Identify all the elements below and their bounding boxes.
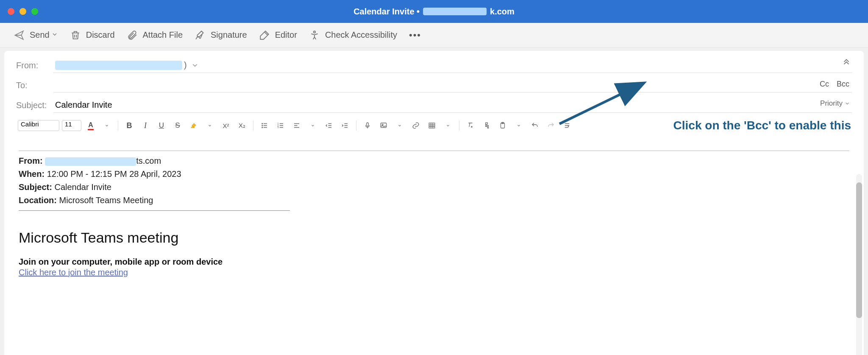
svg-point-3 bbox=[262, 127, 263, 128]
attach-label: Attach File bbox=[143, 30, 183, 40]
insert-table-button[interactable] bbox=[425, 120, 439, 131]
bcc-button[interactable]: Bcc bbox=[837, 80, 849, 89]
subject-row: Subject: Calendar Invite Priority bbox=[4, 95, 864, 115]
font-size-select[interactable]: 11 bbox=[62, 120, 81, 131]
to-label: To: bbox=[16, 81, 53, 90]
scrollbar[interactable] bbox=[856, 174, 862, 355]
teams-meeting-heading: Microsoft Teams meeting bbox=[19, 229, 849, 246]
join-meeting-link[interactable]: Click here to join the meeting bbox=[19, 268, 849, 277]
compose-pane: From: ) To: Cc Bcc Subject: Calendar Inv… bbox=[4, 51, 864, 355]
svg-rect-7 bbox=[367, 123, 369, 126]
title-redacted bbox=[423, 8, 487, 15]
from-tail: ) bbox=[184, 60, 187, 70]
priority-label: Priority bbox=[820, 99, 843, 108]
send-label: Send bbox=[30, 30, 50, 40]
fullscreen-window-icon[interactable] bbox=[31, 8, 38, 15]
picture-dropdown-icon[interactable] bbox=[393, 120, 406, 131]
subscript-button[interactable]: X₂ bbox=[235, 120, 249, 131]
body-location-line: Location: Microsoft Teams Meeting bbox=[19, 194, 849, 207]
discard-button[interactable]: Discard bbox=[70, 30, 115, 41]
main-toolbar: Send Discard Attach File Signature Edito… bbox=[0, 23, 868, 48]
body-when-line: When: 12:00 PM - 12:15 PM 28 April, 2023 bbox=[19, 168, 849, 181]
strikethrough-button[interactable]: S bbox=[171, 120, 184, 131]
format-painter-button[interactable] bbox=[480, 120, 493, 131]
send-dropdown-icon[interactable] bbox=[51, 31, 58, 39]
title-suffix: k.com bbox=[490, 7, 515, 17]
title-prefix: Calendar Invite • bbox=[353, 7, 420, 17]
body-from-line: From: ts.com bbox=[19, 154, 849, 168]
message-body[interactable]: From: ts.com When: 12:00 PM - 12:15 PM 2… bbox=[4, 136, 864, 355]
body-divider-mid bbox=[19, 210, 290, 211]
signature-button[interactable]: Signature bbox=[195, 30, 247, 41]
svg-rect-10 bbox=[429, 123, 435, 128]
subject-field[interactable]: Calendar Invite Priority bbox=[53, 98, 852, 113]
insert-link-button[interactable] bbox=[409, 120, 423, 131]
to-field[interactable]: Cc Bcc bbox=[53, 78, 852, 92]
svg-rect-11 bbox=[486, 123, 488, 124]
decrease-indent-button[interactable] bbox=[322, 120, 336, 131]
italic-button[interactable]: I bbox=[139, 120, 152, 131]
dictate-icon[interactable] bbox=[361, 120, 374, 131]
subject-value: Calendar Invite bbox=[55, 100, 112, 110]
highlight-button[interactable] bbox=[187, 120, 200, 131]
subject-label: Subject: bbox=[16, 101, 53, 110]
bold-button[interactable]: B bbox=[122, 120, 136, 131]
send-button[interactable]: Send bbox=[14, 30, 50, 41]
join-instructions: Join on your computer, mobile app or roo… bbox=[19, 257, 849, 267]
editor-label: Editor bbox=[275, 30, 297, 40]
priority-button[interactable]: Priority bbox=[820, 99, 850, 108]
from-dropdown-icon[interactable] bbox=[191, 61, 199, 69]
to-row: To: Cc Bcc bbox=[4, 75, 864, 95]
align-dropdown-icon[interactable] bbox=[306, 120, 320, 131]
numbered-list-button[interactable]: 123 bbox=[274, 120, 287, 131]
cc-button[interactable]: Cc bbox=[820, 80, 829, 89]
table-dropdown-icon[interactable] bbox=[441, 120, 455, 131]
minimize-window-icon[interactable] bbox=[19, 8, 26, 15]
clear-formatting-button[interactable] bbox=[464, 120, 477, 131]
font-color-button[interactable]: A bbox=[84, 120, 97, 131]
format-toolbar: Calibri 11 A B I U S X² X₂ 123 bbox=[4, 115, 864, 136]
more-actions-icon[interactable]: ••• bbox=[409, 30, 421, 41]
insert-picture-button[interactable] bbox=[377, 120, 390, 131]
close-window-icon[interactable] bbox=[8, 8, 14, 15]
body-from-redacted bbox=[45, 157, 136, 166]
paste-button[interactable] bbox=[496, 120, 509, 131]
redo-button[interactable] bbox=[544, 120, 558, 131]
from-field[interactable]: ) bbox=[53, 58, 852, 73]
increase-indent-button[interactable] bbox=[338, 120, 352, 131]
titlebar: Calendar Invite • k.com bbox=[0, 0, 868, 23]
check-accessibility-button[interactable]: Check Accessibility bbox=[309, 30, 397, 41]
scrollbar-thumb[interactable] bbox=[856, 182, 862, 318]
body-divider-top bbox=[19, 151, 849, 151]
highlight-dropdown-icon[interactable] bbox=[203, 120, 217, 131]
paste-dropdown-icon[interactable] bbox=[512, 120, 526, 131]
paragraph-marks-button[interactable] bbox=[560, 120, 574, 131]
collapse-header-icon[interactable] bbox=[842, 57, 851, 68]
from-label: From: bbox=[16, 61, 53, 70]
svg-point-2 bbox=[262, 125, 263, 126]
from-redacted bbox=[55, 61, 182, 70]
superscript-button[interactable]: X² bbox=[219, 120, 233, 131]
discard-label: Discard bbox=[86, 30, 115, 40]
window-title: Calendar Invite • k.com bbox=[353, 7, 515, 17]
align-button[interactable] bbox=[290, 120, 303, 131]
body-subject-line: Subject: Calendar Invite bbox=[19, 181, 849, 194]
svg-text:3: 3 bbox=[278, 126, 279, 129]
font-family-select[interactable]: Calibri bbox=[18, 120, 59, 131]
underline-button[interactable]: U bbox=[155, 120, 168, 131]
attach-file-button[interactable]: Attach File bbox=[127, 30, 183, 41]
svg-point-0 bbox=[314, 31, 315, 33]
signature-label: Signature bbox=[211, 30, 247, 40]
undo-button[interactable] bbox=[528, 120, 542, 131]
font-color-dropdown-icon[interactable] bbox=[100, 120, 114, 131]
svg-point-1 bbox=[262, 123, 263, 124]
bullet-list-button[interactable] bbox=[258, 120, 271, 131]
editor-button[interactable]: Editor bbox=[259, 30, 297, 41]
accessibility-label: Check Accessibility bbox=[325, 30, 397, 40]
from-row: From: ) bbox=[4, 55, 864, 75]
